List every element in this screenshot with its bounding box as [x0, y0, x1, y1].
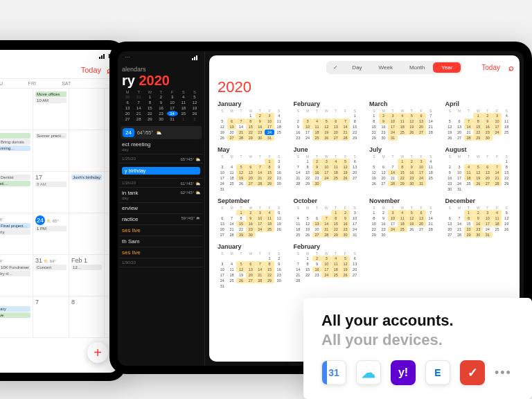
- exchange-icon: E: [425, 360, 450, 385]
- tablet-week-light: ▮ Today ⌕ THUFRISAT Move offices10 AMdin…: [0, 40, 126, 381]
- event-chip[interactable]: Move offices: [35, 91, 66, 97]
- dark-sidebar: ⋯ alendars ry 2020 MTWTFSS 3031123456789…: [118, 51, 205, 366]
- event-chip[interactable]: Soccer practi…: [35, 133, 66, 139]
- yahoo-icon: y!: [391, 360, 416, 385]
- year-title: 2020: [218, 78, 511, 96]
- month-august[interactable]: AugustSMTWTFS123456789101112131415161718…: [445, 146, 512, 192]
- add-event-button[interactable]: +: [87, 342, 108, 363]
- year-months-grid[interactable]: JanuarySMTWTFS12345678910111213141516171…: [215, 100, 514, 289]
- day-cell[interactable]: 30⛅ 64°8:30 AM10K FundraiserPick up dry …: [0, 255, 33, 296]
- agenda-item[interactable]: 61°/43° ⛅1/26/20: [119, 179, 203, 188]
- agenda-item[interactable]: ses live: [119, 225, 203, 236]
- event-chip[interactable]: Josh's birthday: [71, 175, 102, 180]
- day-cell[interactable]: Move offices10 AM: [33, 89, 69, 130]
- todoist-icon: ✓: [460, 360, 485, 385]
- day-cell[interactable]: [69, 130, 105, 172]
- time-icon: ⋯: [125, 54, 130, 60]
- wifi-icon: [99, 53, 105, 59]
- day-cell[interactable]: 6AnniversaryFood drive: [0, 296, 33, 338]
- month-july[interactable]: JulySMTWTFS12345678910111213141516171819…: [369, 146, 436, 192]
- month-january[interactable]: JanuarySMTWTFS12345678910111213141516171…: [218, 243, 284, 289]
- day-cell[interactable]: [69, 89, 105, 130]
- seg-year[interactable]: Year: [433, 62, 461, 73]
- month-may[interactable]: MaySMTWTFS123456789101112131415161718192…: [218, 146, 284, 192]
- event-chip[interactable]: 10 AM: [35, 98, 66, 103]
- day-cell[interactable]: [69, 213, 105, 255]
- more-icon[interactable]: •••: [495, 366, 512, 380]
- day-cell[interactable]: 178 AM: [33, 172, 69, 213]
- month-april[interactable]: AprilSMTWTFS1234567891011121314151617181…: [445, 100, 512, 141]
- icloud-icon: ☁: [356, 360, 381, 385]
- month-december[interactable]: DecemberSMTWTFS1234567891011121314151617…: [445, 197, 512, 238]
- agenda-item[interactable]: 62°/45° ⛅in tankday: [119, 188, 203, 203]
- event-chip[interactable]: 8:30 AM10K Fundraiser: [0, 265, 30, 270]
- month-june[interactable]: JuneSMTWTFS12345678910111213141516171819…: [294, 146, 360, 192]
- event-chip[interactable]: 6:30 AMFinal project…: [0, 223, 30, 229]
- month-february[interactable]: FebruarySMTWTFS1234567891011121314151617…: [294, 243, 360, 289]
- search-icon[interactable]: ⌕: [508, 62, 514, 73]
- month-january[interactable]: JanuarySMTWTFS12345678910111213141516171…: [218, 100, 284, 141]
- day-cell[interactable]: 23⛅ 64°6:30 AMFinal project…Pizza party: [0, 213, 33, 255]
- seg-day[interactable]: Day: [344, 62, 370, 73]
- agenda-item[interactable]: 65°/45° ⛅1/25/20: [119, 154, 203, 163]
- event-chip[interactable]: 8:30 AMBring donuts: [0, 139, 30, 145]
- agenda-item[interactable]: ect meetingday: [119, 139, 203, 154]
- month-november[interactable]: NovemberSMTWTFS1234567891011121314151617…: [369, 197, 436, 238]
- event-chip[interactable]: 8:16 AMDentist: [0, 175, 30, 180]
- month-march[interactable]: MarchSMTWTFS1234567891011121314151617181…: [369, 100, 436, 141]
- day-cell[interactable]: 31⛅ 64°Concert: [33, 255, 69, 296]
- agenda-item[interactable]: 1/30/20: [119, 258, 203, 267]
- week-grid[interactable]: Move offices10 AMding8:30 AMBring donuts…: [0, 89, 118, 338]
- month-february[interactable]: FebruarySMTWTFS1234567891011121314151617…: [294, 100, 360, 141]
- agenda-item[interactable]: th Sam: [119, 236, 203, 247]
- promo-headline-1: All your accounts.: [321, 312, 514, 330]
- selected-day: 24 64°/55° ⛅: [121, 126, 202, 139]
- agenda-item[interactable]: erview: [119, 203, 203, 214]
- event-chip[interactable]: Initial planning…: [0, 145, 30, 151]
- event-chip[interactable]: Food drive: [0, 312, 30, 318]
- event-chip[interactable]: Concert: [35, 265, 66, 270]
- day-cell[interactable]: 24⛅ 65°1 PM: [33, 213, 69, 255]
- day-cell[interactable]: Soccer practi…: [33, 130, 69, 172]
- event-chip[interactable]: 8 AM: [35, 181, 66, 187]
- month-september[interactable]: SeptemberSMTWTFS123456789101112131415161…: [218, 197, 284, 238]
- promo-card: All your accounts. All your devices. 31 …: [303, 298, 532, 399]
- promo-headline-2: All your devices.: [321, 331, 514, 349]
- view-segmented-control[interactable]: ✓DayWeekMonthYear: [326, 61, 462, 74]
- day-cell[interactable]: 8:16 AMDentistStaff meeti…: [0, 172, 33, 213]
- agenda-item[interactable]: ses live: [119, 247, 203, 258]
- day-cell[interactable]: Feb 112…: [69, 255, 105, 296]
- month-title: ry 2020: [118, 73, 204, 89]
- seg-week[interactable]: Week: [371, 62, 401, 73]
- today-button[interactable]: Today: [481, 64, 500, 71]
- day-cell[interactable]: 7: [33, 296, 69, 338]
- google-calendar-icon: 31: [321, 360, 346, 385]
- event-chip[interactable]: Pizza party: [0, 229, 30, 235]
- weekday-header: THUFRISAT: [0, 79, 118, 89]
- agenda-item[interactable]: 59°/43° 🌧ractice: [119, 214, 203, 225]
- status-bar: ▮: [0, 50, 118, 62]
- event-chip[interactable]: 1 PM: [35, 226, 66, 231]
- day-cell[interactable]: Josh's birthday: [69, 172, 105, 213]
- wifi-icon: [192, 54, 197, 60]
- month-october[interactable]: OctoberSMTWTFS12345678910111213141516171…: [294, 197, 360, 238]
- today-button[interactable]: Today: [81, 66, 101, 74]
- agenda-list[interactable]: ect meetingday65°/45° ⛅1/25/20y birthday…: [118, 139, 204, 267]
- weather-icon: ⛅: [156, 130, 162, 136]
- day-cell[interactable]: [0, 89, 33, 130]
- status-bar: ⋯: [118, 51, 204, 63]
- event-chip[interactable]: Staff meeti…: [0, 181, 30, 186]
- service-icons-row: 31 ☁ y! E ✓ •••: [321, 360, 514, 385]
- event-chip[interactable]: Pick up dry cl…: [0, 271, 30, 276]
- day-cell[interactable]: ding8:30 AMBring donutsInitial planning…: [0, 130, 33, 172]
- seg-month[interactable]: Month: [401, 62, 433, 73]
- mini-month[interactable]: MTWTFSS 30311234567891011121314151617181…: [118, 89, 204, 123]
- agenda-item[interactable]: y birthday: [119, 163, 203, 179]
- calendars-link[interactable]: alendars: [118, 63, 204, 73]
- event-chip[interactable]: ding: [0, 133, 30, 139]
- event-chip[interactable]: Anniversary: [0, 306, 30, 312]
- selected-day-pill: 24: [123, 128, 134, 137]
- day-cell[interactable]: 8: [69, 296, 105, 338]
- seg-✓[interactable]: ✓: [328, 62, 344, 73]
- event-chip[interactable]: 12…: [71, 265, 102, 270]
